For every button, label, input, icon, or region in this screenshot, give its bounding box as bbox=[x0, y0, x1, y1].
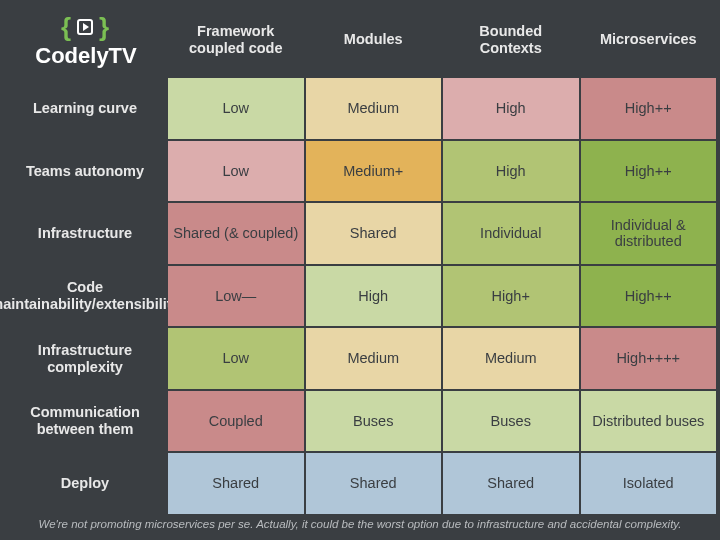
row-header-6: Deploy bbox=[4, 453, 166, 514]
row-header-3: Code maintainability/extensibility bbox=[4, 266, 166, 327]
col-header-1: Modules bbox=[306, 4, 442, 76]
row-header-2: Infrastructure bbox=[4, 203, 166, 264]
brand-name: CodelyTV bbox=[9, 43, 163, 69]
cell-r5-c1: Buses bbox=[306, 391, 442, 452]
cell-r0-c3: High++ bbox=[581, 78, 717, 139]
cell-r5-c3: Distributed buses bbox=[581, 391, 717, 452]
row-header-1: Teams autonomy bbox=[4, 141, 166, 202]
col-header-2: Bounded Contexts bbox=[443, 4, 579, 76]
cell-r0-c2: High bbox=[443, 78, 579, 139]
brace-open-icon: { bbox=[61, 12, 71, 43]
cell-r1-c2: High bbox=[443, 141, 579, 202]
cell-r3-c3: High++ bbox=[581, 266, 717, 327]
logo-cell: { } CodelyTV bbox=[4, 4, 166, 76]
cell-r1-c0: Low bbox=[168, 141, 304, 202]
cell-r0-c0: Low bbox=[168, 78, 304, 139]
cell-r1-c1: Medium+ bbox=[306, 141, 442, 202]
cell-r6-c3: Isolated bbox=[581, 453, 717, 514]
cell-r2-c2: Individual bbox=[443, 203, 579, 264]
cell-r4-c2: Medium bbox=[443, 328, 579, 389]
cell-r6-c0: Shared bbox=[168, 453, 304, 514]
cell-r5-c2: Buses bbox=[443, 391, 579, 452]
cell-r5-c0: Coupled bbox=[168, 391, 304, 452]
brand-logo: { } CodelyTV bbox=[7, 12, 163, 69]
cell-r2-c1: Shared bbox=[306, 203, 442, 264]
cell-r3-c2: High+ bbox=[443, 266, 579, 327]
row-header-5: Communication between them bbox=[4, 391, 166, 452]
play-icon bbox=[77, 19, 93, 35]
cell-r2-c0: Shared (& coupled) bbox=[168, 203, 304, 264]
row-header-4: Infrastructure complexity bbox=[4, 328, 166, 389]
cell-r1-c3: High++ bbox=[581, 141, 717, 202]
col-header-0: Framework coupled code bbox=[168, 4, 304, 76]
cell-r4-c1: Medium bbox=[306, 328, 442, 389]
comparison-grid: { } CodelyTV Framework coupled codeModul… bbox=[4, 4, 716, 514]
brace-close-icon: } bbox=[99, 12, 109, 43]
footer-note: We're not promoting microservices per se… bbox=[4, 514, 716, 536]
cell-r6-c1: Shared bbox=[306, 453, 442, 514]
cell-r0-c1: Medium bbox=[306, 78, 442, 139]
cell-r4-c3: High++++ bbox=[581, 328, 717, 389]
col-header-3: Microservices bbox=[581, 4, 717, 76]
row-header-0: Learning curve bbox=[4, 78, 166, 139]
cell-r4-c0: Low bbox=[168, 328, 304, 389]
cell-r3-c1: High bbox=[306, 266, 442, 327]
slide: { } CodelyTV Framework coupled codeModul… bbox=[0, 0, 720, 540]
cell-r6-c2: Shared bbox=[443, 453, 579, 514]
cell-r3-c0: Low— bbox=[168, 266, 304, 327]
cell-r2-c3: Individual & distributed bbox=[581, 203, 717, 264]
